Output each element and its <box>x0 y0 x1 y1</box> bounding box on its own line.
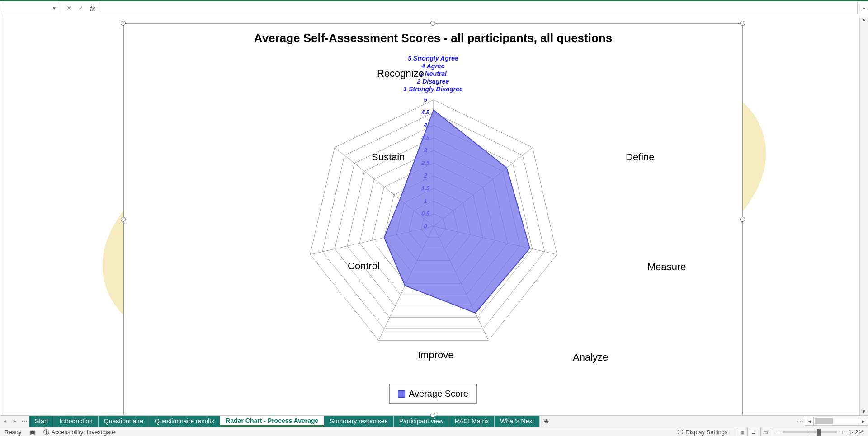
separator <box>61 2 61 14</box>
accessibility-label: Accessibility: Investigate <box>52 429 115 436</box>
sheet-tab-questionnaire[interactable]: Questionnaire <box>99 416 149 427</box>
resize-handle-w[interactable] <box>121 217 126 222</box>
vertical-scrollbar[interactable]: ▲ ▼ <box>859 15 868 415</box>
display-settings-label: Display Settings <box>685 429 727 436</box>
vscroll-track[interactable] <box>860 23 868 407</box>
status-bar: Ready ▣ ⓘ Accessibility: Investigate 🖵 D… <box>0 427 868 436</box>
display-settings-button[interactable]: 🖵 Display Settings <box>677 429 727 436</box>
sheet-tab-what-s-next[interactable]: What's Next <box>495 416 540 427</box>
sheet-tab-start[interactable]: Start <box>29 416 54 427</box>
scroll-left-button[interactable]: ◄ <box>805 417 814 426</box>
sheet-tab-summary-responses[interactable]: Summary responses <box>324 416 393 427</box>
new-sheet-button[interactable]: ⊕ <box>540 416 553 427</box>
workspace: Average Self-Assessment Scores - all par… <box>0 15 868 415</box>
chart-title: Average Self-Assessment Scores - all par… <box>124 31 742 45</box>
fx-icon[interactable]: fx <box>87 2 99 14</box>
sheet-tab-radar-chart-process-average[interactable]: Radar Chart - Process Average <box>220 416 324 427</box>
tab-nav-prev[interactable]: ◄ <box>0 416 10 427</box>
page-break-view-button[interactable]: ▭ <box>760 428 771 436</box>
svg-marker-31 <box>384 110 530 313</box>
tab-overflow-button[interactable]: ⋯ <box>796 416 805 427</box>
expand-formula-bar-button[interactable]: ▾ <box>859 6 868 11</box>
status-state: Ready <box>5 429 22 436</box>
sheet-tabs: StartIntroductionQuestionnaireQuestionna… <box>29 416 540 427</box>
axis-label-analyze: Analyze <box>573 352 608 363</box>
tab-nav-next[interactable]: ► <box>10 416 20 427</box>
normal-view-button[interactable]: ▦ <box>737 428 748 436</box>
chart-legend: Average Score <box>389 384 477 404</box>
sheet-tab-introduction[interactable]: Introduction <box>54 416 99 427</box>
resize-handle-ne[interactable] <box>740 21 745 26</box>
chart-object[interactable]: Average Self-Assessment Scores - all par… <box>123 23 743 415</box>
accessibility-icon: ⓘ <box>43 428 49 436</box>
axis-label-define: Define <box>626 151 655 163</box>
scroll-down-button[interactable]: ▼ <box>860 407 868 415</box>
axis-label-sustain: Sustain <box>372 151 405 163</box>
resize-handle-n[interactable] <box>430 21 435 26</box>
radar-plot: 00.511.522.533.544.55 <box>230 68 637 384</box>
zoom-in-button[interactable]: + <box>840 429 844 436</box>
hscroll-track[interactable] <box>814 417 859 426</box>
resize-handle-s[interactable] <box>430 413 435 417</box>
zoom-out-button[interactable]: − <box>776 429 779 436</box>
accessibility-button[interactable]: ⓘ Accessibility: Investigate <box>43 428 115 436</box>
sheet-tab-participant-view[interactable]: Participant view <box>394 416 449 427</box>
accept-formula-button[interactable]: ✓ <box>75 2 87 14</box>
zoom-slider-knob[interactable] <box>817 429 821 436</box>
hscroll-thumb[interactable] <box>815 418 833 424</box>
tab-spacer <box>553 416 796 427</box>
axis-label-recognize: Recognize <box>377 68 424 80</box>
monitor-icon: 🖵 <box>677 429 683 436</box>
name-box[interactable]: ▼ <box>1 2 58 14</box>
formula-bar: ▼ ✕ ✓ fx ▾ <box>0 1 868 15</box>
sheet-tab-raci-matrix[interactable]: RACI Matrix <box>449 416 495 427</box>
scroll-right-button[interactable]: ► <box>859 417 868 426</box>
formula-input[interactable] <box>99 2 858 14</box>
axis-label-control: Control <box>348 260 380 272</box>
sheet-tab-questionnaire-results[interactable]: Questionnaire results <box>149 416 220 427</box>
svg-text:4.5: 4.5 <box>421 109 430 116</box>
zoom-label: 142% <box>849 429 863 436</box>
legend-label: Average Score <box>409 389 468 399</box>
macro-record-icon[interactable]: ▣ <box>30 429 35 436</box>
resize-handle-nw[interactable] <box>121 21 126 26</box>
axis-label-measure: Measure <box>647 261 686 273</box>
chevron-down-icon[interactable]: ▼ <box>51 5 58 12</box>
tab-menu-button[interactable]: ⋯ <box>20 416 29 427</box>
resize-handle-e[interactable] <box>740 217 745 222</box>
svg-text:5: 5 <box>424 96 427 103</box>
axis-label-improve: Improve <box>418 349 453 361</box>
scroll-up-button[interactable]: ▲ <box>860 15 868 23</box>
cancel-formula-button[interactable]: ✕ <box>63 2 75 14</box>
zoom-slider[interactable] <box>783 431 837 433</box>
horizontal-scrollbar[interactable]: ◄ ► <box>805 416 868 427</box>
page-layout-view-button[interactable]: ☰ <box>749 428 760 436</box>
legend-swatch <box>398 390 405 398</box>
